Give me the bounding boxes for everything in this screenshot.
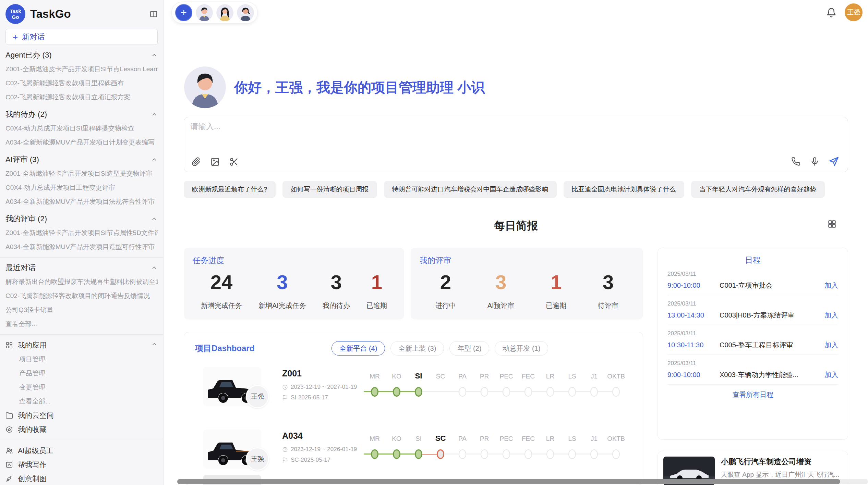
task-item[interactable]: A034-全新新能源MUV产品开发项目造型可行性评审 (5, 240, 158, 254)
join-meeting-link[interactable]: 加入 (824, 340, 838, 350)
view-all-chats-link[interactable]: 查看全部... (5, 317, 158, 331)
dashboard-header: 项目Dashboard 全新平台 (4) 全新上装 (3) 年型 (2) 动总开… (184, 341, 643, 356)
assistant-avatar-3[interactable] (237, 4, 254, 21)
task-item[interactable]: A034-全新新能源MUV产品开发项目法规符合性评审 (5, 195, 158, 209)
my-cloud-space[interactable]: 我的云空间 (5, 408, 158, 422)
chevron-up-icon[interactable] (151, 156, 158, 163)
greeting-text: 你好，王强，我是你的项目管理助理 小识 (234, 78, 485, 97)
milestone-rail: MR KO SI SC PA PR PEC FEC LR LS J1 OKTB (364, 367, 627, 408)
divider (0, 440, 163, 440)
recent-chat-item[interactable]: C02-飞腾新能源轻客改款项目的闭环通告反馈情况 (5, 289, 158, 303)
app-item-product-mgmt[interactable]: 产品管理 (5, 366, 158, 380)
suggestion-chips: 欧洲新规最近颁布了什么? 如何写一份清晰的项目周报 特朗普可能对进口汽车增税会对… (184, 181, 848, 198)
chevron-up-icon[interactable] (151, 341, 158, 349)
section-header-agent-done[interactable]: Agent已办 (3) (5, 48, 158, 62)
project-dashboard-card: 项目Dashboard 全新平台 (4) 全新上装 (3) 年型 (2) 动总开… (184, 332, 643, 485)
recent-chat-item[interactable]: 解释最新出台的欧盟报废车法规再生塑料比例被调至15%... (5, 275, 158, 289)
star-badge-icon (5, 426, 13, 433)
tab-new-body[interactable]: 全新上装 (3) (390, 341, 444, 356)
view-all-apps-link[interactable]: 查看全部... (5, 394, 158, 408)
new-chat-button[interactable]: + 新对话 (5, 29, 158, 45)
section-header-recent-chats[interactable]: 最近对话 (5, 261, 158, 275)
recent-chat-item[interactable]: 公司Q3轻卡销量 (5, 303, 158, 317)
milestone-dot-done (393, 449, 400, 459)
collapse-sidebar-icon[interactable] (149, 10, 158, 18)
project-date-range: 2023-12-19 ~ 2027-01-19 (282, 384, 362, 390)
milestone-dot-done (415, 449, 422, 459)
suggestion-chip[interactable]: 欧洲新规最近颁布了什么? (184, 181, 276, 198)
chevron-up-icon[interactable] (151, 111, 158, 118)
schedule-event-name: C003|H0B-方案冻结评审 (720, 311, 821, 320)
schedule-time: 9:00-10:00 (667, 371, 716, 379)
send-icon[interactable] (829, 157, 839, 166)
my-favorites[interactable]: 我的收藏 (5, 422, 158, 436)
suggestion-chip[interactable]: 特朗普可能对进口汽车增税会对中国车企造成哪些影响 (384, 181, 557, 198)
suggestion-chip[interactable]: 如何写一份清晰的项目周报 (282, 181, 377, 198)
scissors-icon[interactable] (229, 157, 239, 166)
task-item[interactable]: Z001-全新燃油轻卡产品开发项目SI造型提交物评审 (5, 166, 158, 181)
project-code: Z001 (282, 369, 362, 378)
main-content: + 王强 你好，王强，我是你的项目管理助理 小识 (164, 0, 868, 485)
suggestion-chip[interactable]: 当下年轻人对汽车外观有怎样的喜好趋势 (691, 181, 825, 198)
project-next-milestone: SC-2025-05-17 (282, 457, 362, 463)
my-apps-header[interactable]: 我的应用 (5, 338, 158, 352)
schedule-time: 9:00-10:00 (667, 282, 716, 289)
paperclip-icon[interactable] (192, 157, 201, 166)
tab-powertrain[interactable]: 动总开发 (1) (495, 341, 548, 356)
task-item[interactable]: C0X4-动力总成开发项目工程变更评审 (5, 181, 158, 195)
section-header-my-review[interactable]: 我的评审 (2) (5, 212, 158, 226)
composer-attachments (192, 157, 239, 166)
milestone-dot-todo (503, 449, 510, 459)
chevron-up-icon[interactable] (151, 52, 158, 59)
suggestion-chip[interactable]: 比亚迪全固态电池计划具体说了什么 (564, 181, 684, 198)
task-item[interactable]: Z001-全新燃油轻卡产品开发项目SI节点属性5D文件评审 (5, 226, 158, 240)
my-review-title: 我的评审 (420, 255, 634, 266)
flag-icon (282, 457, 288, 463)
dashboard-title: 项目Dashboard (195, 343, 254, 354)
schedule-item: 2025/03/11 10:30-11:30 C005-整车工程目标评审 加入 (667, 325, 838, 355)
mic-icon[interactable] (810, 157, 819, 166)
tool-ai-super-staff[interactable]: AI超级员工 (5, 444, 158, 458)
task-progress-title: 任务进度 (193, 255, 395, 266)
notifications-bell-icon[interactable] (826, 8, 836, 19)
add-assistant-button[interactable]: + (175, 4, 192, 21)
assistant-avatar-1[interactable] (196, 4, 213, 21)
join-meeting-link[interactable]: 加入 (824, 311, 838, 320)
phone-icon[interactable] (791, 157, 800, 166)
schedule-event-name: C005-整车工程目标评审 (720, 340, 821, 350)
section-my-review: 我的评审 (2) Z001-全新燃油轻卡产品开发项目SI节点属性5D文件评审 A… (5, 212, 158, 254)
section-header-ai-review[interactable]: AI评审 (3) (5, 153, 158, 166)
app-item-project-mgmt[interactable]: 项目管理 (5, 352, 158, 366)
image-icon[interactable] (210, 157, 220, 166)
task-item[interactable]: Z001-全新燃油皮卡产品开发项目SI节点Lesson Learn报告 (5, 62, 158, 76)
section-header-my-todo[interactable]: 我的待办 (2) (5, 108, 158, 121)
task-item[interactable]: C02-飞腾新能源轻客改款项目里程碑画布 (5, 76, 158, 90)
layout-grid-icon[interactable] (828, 220, 836, 230)
users-icon (5, 447, 13, 455)
chevron-up-icon[interactable] (151, 215, 158, 222)
chevron-up-icon[interactable] (151, 264, 158, 271)
tab-new-platform[interactable]: 全新平台 (4) (331, 341, 385, 356)
milestone-dot-todo (481, 449, 488, 459)
app-item-change-mgmt[interactable]: 变更管理 (5, 380, 158, 394)
assistant-avatar-2[interactable] (216, 4, 233, 21)
horizontal-scrollbar-thumb[interactable] (177, 479, 840, 484)
news-title: 小鹏飞行汽车制造公司增资 (721, 457, 839, 467)
view-all-schedule-link[interactable]: 查看所有日程 (667, 390, 838, 399)
schedule-item: 2025/03/11 9:00-10:00 C001-立项审批会 加入 (667, 265, 838, 295)
stat-new-done: 24 新增完成任务 (201, 271, 242, 310)
tool-creative-draw[interactable]: 创意制图 (5, 472, 158, 485)
user-avatar[interactable]: 王强 (845, 3, 863, 21)
pen-icon (5, 475, 13, 483)
task-item[interactable]: A034-全新新能源MUV产品开发项目计划变更表编写 (5, 135, 158, 149)
tab-year-model[interactable]: 年型 (2) (449, 341, 489, 356)
horizontal-scrollbar-track[interactable] (177, 479, 868, 484)
join-meeting-link[interactable]: 加入 (824, 370, 838, 380)
sidebar: Task Go TaskGo + 新对话 Agent已办 (3) Z001-全新… (0, 0, 164, 485)
task-item[interactable]: C02-飞腾新能源轻客改款项目立项汇报方案 (5, 90, 158, 104)
join-meeting-link[interactable]: 加入 (824, 281, 838, 290)
project-row-z001[interactable]: 王强 Z001 2023-12-19 ~ 2027-01-19 SI-2025-… (184, 367, 643, 422)
task-item[interactable]: C0X4-动力总成开发项目SI里程碑提交物检查 (5, 121, 158, 135)
chat-input[interactable] (190, 122, 602, 131)
tool-help-write[interactable]: 帮我写作 (5, 458, 158, 472)
